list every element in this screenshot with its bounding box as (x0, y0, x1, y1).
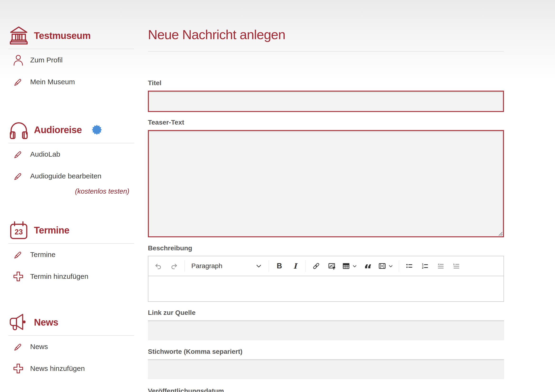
megaphone-icon (8, 312, 29, 333)
sidebar-item-label: Termin hinzufügen (30, 272, 88, 281)
sidebar-heading-news[interactable]: News (8, 309, 134, 335)
indent-button[interactable] (451, 259, 462, 273)
audioguide-note: (kostenlos testen) (8, 188, 134, 195)
paragraph-dropdown-label: Paragraph (191, 262, 222, 270)
sidebar-section-termine: 23 Termine Termine (8, 217, 134, 287)
toolbar-separator (399, 260, 399, 272)
media-embed-icon (378, 262, 386, 270)
block-quote-icon: “ (364, 268, 372, 270)
toolbar-separator (306, 260, 306, 272)
field-titel: Titel (148, 79, 504, 112)
italic-button[interactable]: I (290, 259, 300, 273)
field-stichworte: Stichworte (Komma separiert) (148, 348, 504, 379)
media-embed-button[interactable] (378, 259, 394, 273)
toolbar-separator (184, 260, 185, 272)
veroeffentlichungsdatum-label: Veröffentlichungsdatum (148, 387, 504, 392)
divider (148, 51, 504, 52)
sidebar-item-mein-museum[interactable]: Mein Museum (8, 71, 134, 93)
link-quelle-label: Link zur Quelle (148, 309, 504, 317)
chevron-down-icon (352, 263, 358, 269)
titel-label: Titel (148, 79, 504, 87)
sidebar-item-termin-hinzufuegen[interactable]: Termin hinzufügen (8, 266, 134, 287)
seal-badge-icon (92, 125, 102, 135)
sidebar-item-news-hinzufuegen[interactable]: News hinzufügen (8, 358, 134, 379)
page: { "colors": { "accent_red": "#9e2b33", "… (0, 0, 555, 392)
titel-input[interactable] (148, 91, 504, 112)
richtext-editor: Paragraph B I (148, 256, 504, 302)
pencil-icon (13, 170, 24, 182)
bulleted-list-button[interactable] (404, 259, 415, 273)
sidebar-title-audioreise: Audioreise (34, 124, 82, 135)
calendar-day: 23 (15, 228, 23, 236)
stichworte-input[interactable] (148, 359, 504, 379)
calendar-icon: 23 (8, 220, 29, 241)
sidebar-section-museum: Testmuseum Zum Profil Mein Mu (8, 22, 134, 93)
image-upload-icon (328, 262, 336, 270)
toolbar-separator (269, 260, 269, 272)
insert-table-button[interactable] (342, 259, 358, 273)
bold-icon: B (277, 262, 282, 270)
sidebar-heading-audioreise[interactable]: Audioreise (8, 117, 134, 143)
pencil-icon (13, 341, 24, 352)
sidebar-item-zum-profil[interactable]: Zum Profil (8, 49, 134, 71)
sidebar-section-audioreise: Audioreise AudioLab (8, 117, 134, 195)
chevron-down-icon (256, 263, 262, 269)
paragraph-dropdown[interactable]: Paragraph (190, 259, 263, 273)
sidebar-item-termine[interactable]: Termine (8, 244, 134, 266)
image-upload-button[interactable] (327, 259, 337, 273)
teaser-textarea[interactable] (148, 130, 504, 237)
sidebar-title-museum: Testmuseum (34, 30, 91, 41)
bulleted-list-icon (406, 262, 413, 270)
field-link-quelle: Link zur Quelle (148, 309, 504, 340)
sidebar-item-label: Termine (30, 251, 56, 259)
sidebar-item-audiolab[interactable]: AudioLab (8, 143, 134, 165)
pencil-icon (13, 76, 24, 87)
sidebar-item-label: Audioguide bearbeiten (30, 172, 101, 180)
museum-icon (8, 25, 29, 46)
sidebar-item-label: Zum Profil (30, 56, 63, 64)
sidebar-title-news: News (34, 317, 58, 328)
page-title: Neue Nachricht anlegen (148, 0, 504, 41)
field-beschreibung: Beschreibung Paragraph (148, 244, 504, 302)
table-icon (342, 262, 350, 270)
link-button[interactable] (311, 259, 321, 273)
italic-icon: I (293, 262, 297, 270)
chevron-down-icon (388, 263, 394, 269)
link-icon (312, 262, 320, 270)
svg-text:2: 2 (422, 266, 424, 269)
undo-button[interactable] (153, 259, 164, 273)
stichworte-label: Stichworte (Komma separiert) (148, 348, 504, 356)
numbered-list-button[interactable]: 1 2 (420, 259, 430, 273)
headphones-icon (8, 119, 29, 140)
pencil-icon (13, 249, 24, 260)
bold-button[interactable]: B (274, 259, 285, 273)
redo-button[interactable] (169, 259, 179, 273)
link-quelle-input[interactable] (148, 320, 504, 340)
field-teaser: Teaser-Text (148, 119, 504, 237)
sidebar-heading-museum[interactable]: Testmuseum (8, 22, 134, 49)
person-icon (13, 54, 24, 66)
sidebar-item-label: News (30, 343, 48, 351)
outdent-icon (437, 262, 445, 270)
main-content: Neue Nachricht anlegen Titel Teaser-Text… (148, 0, 504, 392)
beschreibung-editor-area[interactable] (148, 276, 504, 301)
sidebar-item-label: News hinzufügen (30, 364, 85, 372)
undo-icon (154, 262, 162, 270)
plus-icon (13, 363, 24, 374)
sidebar-section-news: News News News hinzufügen (8, 309, 134, 379)
teaser-label: Teaser-Text (148, 119, 504, 126)
pencil-icon (13, 149, 24, 160)
editor-toolbar: Paragraph B I (148, 256, 504, 276)
block-quote-button[interactable]: “ (363, 259, 373, 273)
sidebar-item-label: AudioLab (30, 150, 60, 158)
plus-icon (13, 271, 24, 282)
sidebar-heading-termine[interactable]: 23 Termine (8, 217, 134, 243)
sidebar-title-termine: Termine (34, 225, 69, 236)
sidebar-item-audioguide-bearbeiten[interactable]: Audioguide bearbeiten (8, 165, 134, 187)
indent-icon (453, 262, 460, 270)
redo-icon (170, 262, 178, 270)
outdent-button[interactable] (436, 259, 446, 273)
beschreibung-label: Beschreibung (148, 244, 504, 252)
sidebar-item-news[interactable]: News (8, 336, 134, 358)
sidebar-item-label: Mein Museum (30, 78, 75, 86)
